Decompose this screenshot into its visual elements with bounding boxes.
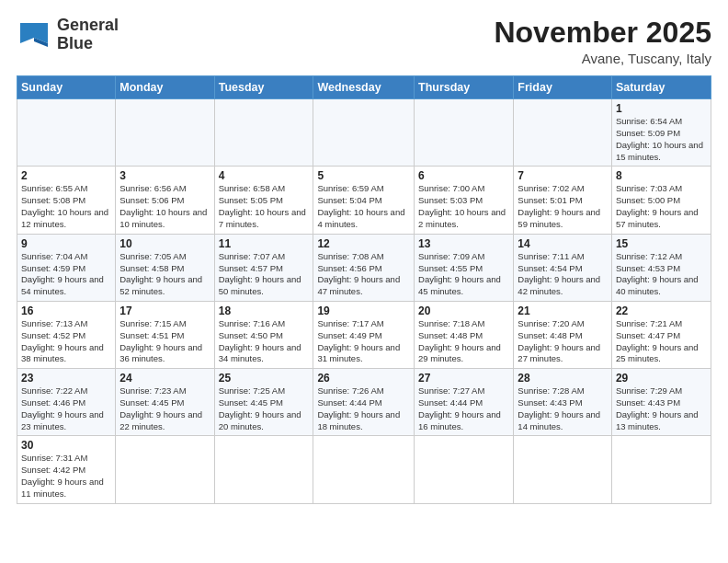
calendar-week-3: 9Sunrise: 7:04 AM Sunset: 4:59 PM Daylig… — [17, 234, 711, 301]
calendar-cell — [313, 99, 415, 167]
generalblue-logo-icon — [17, 19, 51, 51]
day-number: 29 — [616, 372, 707, 385]
day-info: Sunrise: 6:58 AM Sunset: 5:05 PM Dayligh… — [219, 183, 310, 230]
day-info: Sunrise: 6:56 AM Sunset: 5:06 PM Dayligh… — [119, 183, 210, 230]
calendar-cell: 14Sunrise: 7:11 AM Sunset: 4:54 PM Dayli… — [514, 234, 612, 301]
weekday-header-row: SundayMondayTuesdayWednesdayThursdayFrid… — [17, 76, 711, 99]
calendar-cell — [415, 436, 514, 503]
calendar-cell — [116, 436, 214, 503]
calendar-cell — [313, 436, 415, 503]
calendar-cell — [116, 99, 214, 167]
weekday-header-monday: Monday — [116, 76, 214, 99]
day-number: 6 — [418, 169, 509, 182]
calendar-cell: 12Sunrise: 7:08 AM Sunset: 4:56 PM Dayli… — [313, 234, 415, 301]
day-info: Sunrise: 7:29 AM Sunset: 4:43 PM Dayligh… — [616, 385, 707, 432]
calendar-cell: 2Sunrise: 6:55 AM Sunset: 5:08 PM Daylig… — [17, 167, 116, 234]
page: General Blue November 2025 Avane, Tuscan… — [0, 0, 728, 563]
day-number: 21 — [518, 304, 608, 317]
day-number: 8 — [616, 169, 707, 182]
day-number: 20 — [418, 304, 509, 317]
weekday-header-thursday: Thursday — [415, 76, 514, 99]
calendar-cell — [611, 436, 711, 503]
day-number: 12 — [317, 237, 410, 250]
calendar-cell: 3Sunrise: 6:56 AM Sunset: 5:06 PM Daylig… — [116, 167, 214, 234]
day-info: Sunrise: 6:54 AM Sunset: 5:09 PM Dayligh… — [616, 116, 707, 163]
calendar-cell: 18Sunrise: 7:16 AM Sunset: 4:50 PM Dayli… — [214, 301, 313, 368]
day-info: Sunrise: 6:59 AM Sunset: 5:04 PM Dayligh… — [317, 183, 410, 230]
title-block: November 2025 Avane, Tuscany, Italy — [494, 17, 711, 66]
calendar-cell: 8Sunrise: 7:03 AM Sunset: 5:00 PM Daylig… — [611, 167, 711, 234]
day-info: Sunrise: 7:23 AM Sunset: 4:45 PM Dayligh… — [119, 385, 210, 432]
calendar-cell: 22Sunrise: 7:21 AM Sunset: 4:47 PM Dayli… — [611, 301, 711, 368]
header: General Blue November 2025 Avane, Tuscan… — [17, 17, 711, 66]
day-info: Sunrise: 7:07 AM Sunset: 4:57 PM Dayligh… — [219, 251, 310, 298]
location: Avane, Tuscany, Italy — [494, 51, 711, 66]
day-number: 16 — [21, 304, 111, 317]
day-info: Sunrise: 7:17 AM Sunset: 4:49 PM Dayligh… — [317, 318, 410, 365]
calendar-cell: 1Sunrise: 6:54 AM Sunset: 5:09 PM Daylig… — [611, 99, 711, 167]
calendar: SundayMondayTuesdayWednesdayThursdayFrid… — [17, 75, 711, 504]
calendar-cell — [214, 436, 313, 503]
day-number: 10 — [119, 237, 210, 250]
day-number: 4 — [219, 169, 310, 182]
day-info: Sunrise: 7:21 AM Sunset: 4:47 PM Dayligh… — [616, 318, 707, 365]
day-info: Sunrise: 7:08 AM Sunset: 4:56 PM Dayligh… — [317, 251, 410, 298]
calendar-week-4: 16Sunrise: 7:13 AM Sunset: 4:52 PM Dayli… — [17, 301, 711, 368]
calendar-cell: 16Sunrise: 7:13 AM Sunset: 4:52 PM Dayli… — [17, 301, 116, 368]
day-number: 23 — [21, 372, 111, 385]
day-info: Sunrise: 6:55 AM Sunset: 5:08 PM Dayligh… — [21, 183, 111, 230]
day-info: Sunrise: 7:20 AM Sunset: 4:48 PM Dayligh… — [518, 318, 608, 365]
day-info: Sunrise: 7:18 AM Sunset: 4:48 PM Dayligh… — [418, 318, 509, 365]
day-info: Sunrise: 7:15 AM Sunset: 4:51 PM Dayligh… — [119, 318, 210, 365]
day-number: 28 — [518, 372, 608, 385]
calendar-cell: 27Sunrise: 7:27 AM Sunset: 4:44 PM Dayli… — [415, 369, 514, 436]
weekday-header-sunday: Sunday — [17, 76, 116, 99]
day-info: Sunrise: 7:02 AM Sunset: 5:01 PM Dayligh… — [518, 183, 608, 230]
calendar-cell: 23Sunrise: 7:22 AM Sunset: 4:46 PM Dayli… — [17, 369, 116, 436]
day-number: 7 — [518, 169, 608, 182]
calendar-cell: 25Sunrise: 7:25 AM Sunset: 4:45 PM Dayli… — [214, 369, 313, 436]
day-info: Sunrise: 7:25 AM Sunset: 4:45 PM Dayligh… — [219, 385, 310, 432]
calendar-week-6: 30Sunrise: 7:31 AM Sunset: 4:42 PM Dayli… — [17, 436, 711, 503]
calendar-cell: 20Sunrise: 7:18 AM Sunset: 4:48 PM Dayli… — [415, 301, 514, 368]
day-number: 27 — [418, 372, 509, 385]
day-number: 25 — [219, 372, 310, 385]
day-number: 11 — [219, 237, 310, 250]
calendar-cell — [214, 99, 313, 167]
calendar-cell: 26Sunrise: 7:26 AM Sunset: 4:44 PM Dayli… — [313, 369, 415, 436]
day-number: 9 — [21, 237, 111, 250]
calendar-cell: 7Sunrise: 7:02 AM Sunset: 5:01 PM Daylig… — [514, 167, 612, 234]
calendar-week-5: 23Sunrise: 7:22 AM Sunset: 4:46 PM Dayli… — [17, 369, 711, 436]
day-info: Sunrise: 7:05 AM Sunset: 4:58 PM Dayligh… — [119, 251, 210, 298]
day-info: Sunrise: 7:00 AM Sunset: 5:03 PM Dayligh… — [418, 183, 509, 230]
calendar-cell — [17, 99, 116, 167]
calendar-cell: 13Sunrise: 7:09 AM Sunset: 4:55 PM Dayli… — [415, 234, 514, 301]
day-number: 30 — [21, 439, 111, 452]
day-number: 24 — [119, 372, 210, 385]
calendar-cell: 21Sunrise: 7:20 AM Sunset: 4:48 PM Dayli… — [514, 301, 612, 368]
day-info: Sunrise: 7:03 AM Sunset: 5:00 PM Dayligh… — [616, 183, 707, 230]
day-number: 26 — [317, 372, 410, 385]
logo-normal: General — [57, 16, 119, 34]
calendar-cell: 6Sunrise: 7:00 AM Sunset: 5:03 PM Daylig… — [415, 167, 514, 234]
weekday-header-wednesday: Wednesday — [313, 76, 415, 99]
weekday-header-tuesday: Tuesday — [214, 76, 313, 99]
calendar-cell — [415, 99, 514, 167]
logo-bold: Blue — [57, 34, 93, 52]
calendar-week-1: 1Sunrise: 6:54 AM Sunset: 5:09 PM Daylig… — [17, 99, 711, 167]
day-info: Sunrise: 7:12 AM Sunset: 4:53 PM Dayligh… — [616, 251, 707, 298]
calendar-week-2: 2Sunrise: 6:55 AM Sunset: 5:08 PM Daylig… — [17, 167, 711, 234]
day-info: Sunrise: 7:22 AM Sunset: 4:46 PM Dayligh… — [21, 385, 111, 432]
day-info: Sunrise: 7:11 AM Sunset: 4:54 PM Dayligh… — [518, 251, 608, 298]
calendar-cell: 28Sunrise: 7:28 AM Sunset: 4:43 PM Dayli… — [514, 369, 612, 436]
calendar-cell: 4Sunrise: 6:58 AM Sunset: 5:05 PM Daylig… — [214, 167, 313, 234]
day-number: 18 — [219, 304, 310, 317]
calendar-cell: 10Sunrise: 7:05 AM Sunset: 4:58 PM Dayli… — [116, 234, 214, 301]
day-number: 3 — [119, 169, 210, 182]
calendar-cell: 30Sunrise: 7:31 AM Sunset: 4:42 PM Dayli… — [17, 436, 116, 503]
day-number: 19 — [317, 304, 410, 317]
weekday-header-saturday: Saturday — [611, 76, 711, 99]
logo-text: General Blue — [57, 17, 119, 53]
day-info: Sunrise: 7:09 AM Sunset: 4:55 PM Dayligh… — [418, 251, 509, 298]
day-number: 22 — [616, 304, 707, 317]
